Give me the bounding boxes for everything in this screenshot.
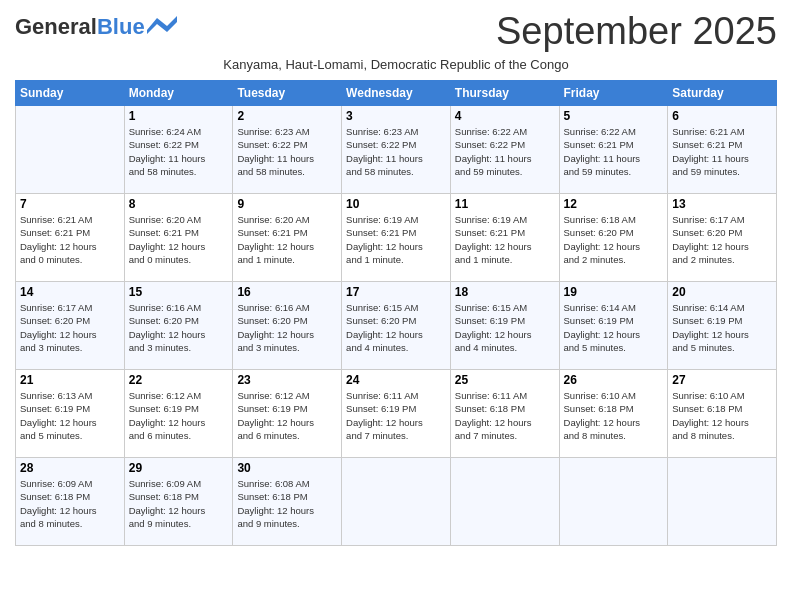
day-number: 12 [564, 197, 664, 211]
weekday-header-thursday: Thursday [450, 81, 559, 106]
day-number: 14 [20, 285, 120, 299]
day-number: 25 [455, 373, 555, 387]
subtitle: Kanyama, Haut-Lomami, Democratic Republi… [15, 57, 777, 72]
day-number: 21 [20, 373, 120, 387]
day-detail: Sunrise: 6:09 AMSunset: 6:18 PMDaylight:… [20, 477, 120, 530]
day-number: 11 [455, 197, 555, 211]
logo-text: GeneralBlue [15, 16, 145, 38]
calendar-cell: 6Sunrise: 6:21 AMSunset: 6:21 PMDaylight… [668, 106, 777, 194]
day-detail: Sunrise: 6:20 AMSunset: 6:21 PMDaylight:… [129, 213, 229, 266]
day-number: 4 [455, 109, 555, 123]
day-detail: Sunrise: 6:15 AMSunset: 6:19 PMDaylight:… [455, 301, 555, 354]
day-detail: Sunrise: 6:09 AMSunset: 6:18 PMDaylight:… [129, 477, 229, 530]
calendar-cell: 19Sunrise: 6:14 AMSunset: 6:19 PMDayligh… [559, 282, 668, 370]
day-number: 10 [346, 197, 446, 211]
day-number: 28 [20, 461, 120, 475]
calendar-cell: 15Sunrise: 6:16 AMSunset: 6:20 PMDayligh… [124, 282, 233, 370]
calendar-cell: 10Sunrise: 6:19 AMSunset: 6:21 PMDayligh… [342, 194, 451, 282]
logo-icon [147, 16, 177, 34]
day-number: 1 [129, 109, 229, 123]
calendar-cell [342, 458, 451, 546]
day-number: 30 [237, 461, 337, 475]
day-number: 22 [129, 373, 229, 387]
calendar-cell: 25Sunrise: 6:11 AMSunset: 6:18 PMDayligh… [450, 370, 559, 458]
weekday-header-tuesday: Tuesday [233, 81, 342, 106]
day-detail: Sunrise: 6:17 AMSunset: 6:20 PMDaylight:… [672, 213, 772, 266]
calendar-cell: 5Sunrise: 6:22 AMSunset: 6:21 PMDaylight… [559, 106, 668, 194]
day-number: 24 [346, 373, 446, 387]
day-detail: Sunrise: 6:16 AMSunset: 6:20 PMDaylight:… [237, 301, 337, 354]
day-detail: Sunrise: 6:10 AMSunset: 6:18 PMDaylight:… [564, 389, 664, 442]
calendar-cell: 16Sunrise: 6:16 AMSunset: 6:20 PMDayligh… [233, 282, 342, 370]
day-detail: Sunrise: 6:12 AMSunset: 6:19 PMDaylight:… [237, 389, 337, 442]
day-number: 23 [237, 373, 337, 387]
day-detail: Sunrise: 6:21 AMSunset: 6:21 PMDaylight:… [20, 213, 120, 266]
weekday-header-wednesday: Wednesday [342, 81, 451, 106]
day-detail: Sunrise: 6:11 AMSunset: 6:18 PMDaylight:… [455, 389, 555, 442]
day-detail: Sunrise: 6:13 AMSunset: 6:19 PMDaylight:… [20, 389, 120, 442]
day-number: 6 [672, 109, 772, 123]
weekday-header-friday: Friday [559, 81, 668, 106]
calendar-cell: 1Sunrise: 6:24 AMSunset: 6:22 PMDaylight… [124, 106, 233, 194]
day-number: 5 [564, 109, 664, 123]
calendar-cell: 8Sunrise: 6:20 AMSunset: 6:21 PMDaylight… [124, 194, 233, 282]
day-number: 9 [237, 197, 337, 211]
weekday-header-monday: Monday [124, 81, 233, 106]
calendar-cell [559, 458, 668, 546]
day-detail: Sunrise: 6:23 AMSunset: 6:22 PMDaylight:… [237, 125, 337, 178]
calendar-cell: 22Sunrise: 6:12 AMSunset: 6:19 PMDayligh… [124, 370, 233, 458]
calendar-cell [450, 458, 559, 546]
calendar-cell: 30Sunrise: 6:08 AMSunset: 6:18 PMDayligh… [233, 458, 342, 546]
calendar-cell: 14Sunrise: 6:17 AMSunset: 6:20 PMDayligh… [16, 282, 125, 370]
day-detail: Sunrise: 6:16 AMSunset: 6:20 PMDaylight:… [129, 301, 229, 354]
calendar-cell [16, 106, 125, 194]
svg-marker-0 [147, 16, 177, 34]
calendar-cell: 9Sunrise: 6:20 AMSunset: 6:21 PMDaylight… [233, 194, 342, 282]
calendar-cell: 27Sunrise: 6:10 AMSunset: 6:18 PMDayligh… [668, 370, 777, 458]
day-number: 18 [455, 285, 555, 299]
day-number: 20 [672, 285, 772, 299]
calendar-cell: 7Sunrise: 6:21 AMSunset: 6:21 PMDaylight… [16, 194, 125, 282]
calendar-cell: 17Sunrise: 6:15 AMSunset: 6:20 PMDayligh… [342, 282, 451, 370]
weekday-header-sunday: Sunday [16, 81, 125, 106]
logo: GeneralBlue [15, 16, 177, 38]
day-detail: Sunrise: 6:22 AMSunset: 6:22 PMDaylight:… [455, 125, 555, 178]
day-number: 2 [237, 109, 337, 123]
day-detail: Sunrise: 6:23 AMSunset: 6:22 PMDaylight:… [346, 125, 446, 178]
day-number: 19 [564, 285, 664, 299]
day-detail: Sunrise: 6:22 AMSunset: 6:21 PMDaylight:… [564, 125, 664, 178]
calendar-cell: 20Sunrise: 6:14 AMSunset: 6:19 PMDayligh… [668, 282, 777, 370]
calendar-cell: 24Sunrise: 6:11 AMSunset: 6:19 PMDayligh… [342, 370, 451, 458]
calendar-cell: 21Sunrise: 6:13 AMSunset: 6:19 PMDayligh… [16, 370, 125, 458]
page-header: GeneralBlue September 2025 [15, 10, 777, 53]
day-detail: Sunrise: 6:20 AMSunset: 6:21 PMDaylight:… [237, 213, 337, 266]
calendar-cell: 2Sunrise: 6:23 AMSunset: 6:22 PMDaylight… [233, 106, 342, 194]
day-detail: Sunrise: 6:14 AMSunset: 6:19 PMDaylight:… [672, 301, 772, 354]
calendar-cell [668, 458, 777, 546]
calendar-cell: 13Sunrise: 6:17 AMSunset: 6:20 PMDayligh… [668, 194, 777, 282]
day-number: 26 [564, 373, 664, 387]
day-number: 3 [346, 109, 446, 123]
day-detail: Sunrise: 6:24 AMSunset: 6:22 PMDaylight:… [129, 125, 229, 178]
calendar-cell: 18Sunrise: 6:15 AMSunset: 6:19 PMDayligh… [450, 282, 559, 370]
weekday-header-saturday: Saturday [668, 81, 777, 106]
day-detail: Sunrise: 6:11 AMSunset: 6:19 PMDaylight:… [346, 389, 446, 442]
day-detail: Sunrise: 6:15 AMSunset: 6:20 PMDaylight:… [346, 301, 446, 354]
day-number: 27 [672, 373, 772, 387]
day-number: 16 [237, 285, 337, 299]
day-detail: Sunrise: 6:18 AMSunset: 6:20 PMDaylight:… [564, 213, 664, 266]
day-number: 29 [129, 461, 229, 475]
day-detail: Sunrise: 6:19 AMSunset: 6:21 PMDaylight:… [455, 213, 555, 266]
day-detail: Sunrise: 6:17 AMSunset: 6:20 PMDaylight:… [20, 301, 120, 354]
calendar-cell: 12Sunrise: 6:18 AMSunset: 6:20 PMDayligh… [559, 194, 668, 282]
calendar-cell: 26Sunrise: 6:10 AMSunset: 6:18 PMDayligh… [559, 370, 668, 458]
calendar-cell: 28Sunrise: 6:09 AMSunset: 6:18 PMDayligh… [16, 458, 125, 546]
day-number: 8 [129, 197, 229, 211]
calendar-cell: 23Sunrise: 6:12 AMSunset: 6:19 PMDayligh… [233, 370, 342, 458]
day-detail: Sunrise: 6:21 AMSunset: 6:21 PMDaylight:… [672, 125, 772, 178]
day-detail: Sunrise: 6:12 AMSunset: 6:19 PMDaylight:… [129, 389, 229, 442]
day-number: 17 [346, 285, 446, 299]
day-detail: Sunrise: 6:10 AMSunset: 6:18 PMDaylight:… [672, 389, 772, 442]
day-number: 7 [20, 197, 120, 211]
day-detail: Sunrise: 6:08 AMSunset: 6:18 PMDaylight:… [237, 477, 337, 530]
